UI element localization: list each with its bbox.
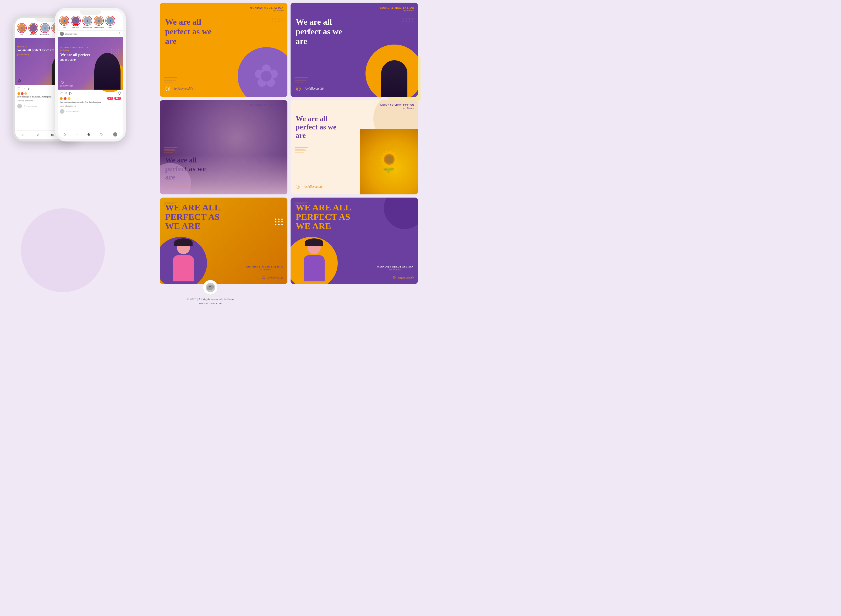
card5-url: joyfullyyou.life xyxy=(268,276,283,279)
smiley-card4: ☺ xyxy=(295,183,301,190)
card2-header-subtitle: by: Patrina xyxy=(380,9,414,12)
lines-card1 xyxy=(164,77,177,82)
card6-url: joyfullyyou.life xyxy=(398,276,414,279)
smiley-card1: ☺ xyxy=(164,84,171,93)
browser-menu-front[interactable]: ⋮ xyxy=(118,32,121,36)
share-icon-back[interactable]: ▷ xyxy=(27,87,30,91)
story-mockups-front[interactable]: 👤 LIVE mockups xyxy=(71,16,81,28)
like-count-front: ❤ 2 xyxy=(107,97,113,100)
phone-notch-front xyxy=(80,10,101,15)
post-header-back: MONDAY xyxy=(17,46,54,48)
cartoon-woman-purple xyxy=(296,229,333,282)
post-subheader-front: by: Patrina xyxy=(60,49,92,51)
card4-main-text: We are all perfect as we are xyxy=(296,114,343,140)
story-you-front[interactable]: 👤 You xyxy=(59,16,69,28)
sunflower-woman: 🌻 xyxy=(360,129,418,194)
svg-point-3 xyxy=(209,286,211,287)
comment-field-front[interactable]: Add a comment... xyxy=(66,110,121,113)
lines-card4 xyxy=(295,147,308,153)
live-badge: LIVE xyxy=(31,32,36,34)
post-url-front: joyfullyyou.life xyxy=(60,85,73,87)
dots-card1 xyxy=(272,18,283,22)
post-bottom-front: ☺ joyfullyyou.life xyxy=(60,80,73,87)
profile-nav-front[interactable] xyxy=(113,132,117,136)
story-label-mockups-front: mockups xyxy=(72,26,79,28)
story-creative-front[interactable]: 👤 creativemarket xyxy=(94,16,104,28)
commenter-avatar-back xyxy=(17,104,22,109)
view-comments-front[interactable]: View all comments xyxy=(58,104,123,108)
browser-bar-front: arthean.com ⋮ xyxy=(58,31,123,37)
post-text-overlay-front: MONDAY MEDITATION by: Patrina We are all… xyxy=(60,46,92,62)
instagram-ui-front: 👤 You 👤 LIVE mo xyxy=(58,10,123,139)
woman-circle-card2 xyxy=(365,44,418,97)
footer: © 2020 | All rights reserved | Arthean w… xyxy=(0,280,420,305)
story-pixels-back[interactable]: 👤 pixelsdesign xyxy=(40,23,50,36)
post-main-text-back: We are all perfect as we are xyxy=(17,48,54,53)
home-nav-front[interactable]: ⌂ xyxy=(63,132,66,137)
flower-circle: ✿ xyxy=(237,47,287,97)
dots-front xyxy=(111,49,119,54)
card4-header-title: MONDAY MEDITATION xyxy=(380,104,414,107)
card6-sub-subheader: by: Patrina xyxy=(377,268,414,271)
card2-footer: ☺ joyfullyyou.life xyxy=(295,84,324,93)
action-icons-front: ♡ ○ ▷ xyxy=(60,91,72,95)
story-label-mockups-back: mockups xyxy=(30,34,37,36)
card1-header: MONDAY MEDITATION by: Patrina xyxy=(250,6,284,12)
home-nav-back[interactable]: ⌂ xyxy=(22,133,24,137)
commenter-avatar-front xyxy=(60,109,64,114)
card-purple-cartoon: WE ARE ALL PERFECT AS WE ARE MONDAY MEDI… xyxy=(290,198,418,284)
card2-url: joyfullyyou.life xyxy=(305,87,324,91)
card2-header: MONDAY MEDITATION by: Patrina xyxy=(380,6,414,12)
story-label-you-front: You xyxy=(63,26,66,28)
bookmark-icon-front[interactable]: ⬡ xyxy=(118,91,121,95)
circle-card6-top xyxy=(384,198,418,229)
card-purple-woman: MONDAY MEDITATION by: Patrina We are all… xyxy=(290,3,418,97)
card2-header-title: MONDAY MEDITATION xyxy=(380,6,414,9)
add-nav-front[interactable]: ⊕ xyxy=(87,132,90,137)
post-url-back: joyfullyyou.lif xyxy=(17,53,54,56)
lines-card3 xyxy=(164,147,177,153)
comment-icon-back[interactable]: ○ xyxy=(23,87,25,91)
card1-header-subtitle: by: Patrina xyxy=(250,9,284,12)
story-pixels-front[interactable]: 👤 pixelsdesign xyxy=(82,16,92,28)
heart-icon-back[interactable]: ♡ xyxy=(17,87,21,91)
search-nav-front[interactable]: ○ xyxy=(75,132,78,137)
post-image-front: MONDAY MEDITATION by: Patrina We are all… xyxy=(58,37,123,89)
browser-url-front: arthean.com xyxy=(65,32,76,35)
footer-copyright: © 2020 | All rights reserved | Arthean xyxy=(0,298,420,301)
card-orange-cartoon: WE ARE ALL PERFECT AS WE ARE MONDAY MEDI… xyxy=(160,198,287,284)
comment-count-front: 💬 1 xyxy=(114,97,121,100)
card4-header: MONDAY MEDITATION by: Patrina xyxy=(380,104,414,109)
action-icons-back: ♡ ○ ▷ xyxy=(17,87,30,91)
smiley-front: ☺ xyxy=(60,80,73,85)
card1-main-text: We are all perfect as we are xyxy=(165,17,217,46)
bottom-nav-front: ⌂ ○ ⊕ ♡ xyxy=(58,130,123,139)
card4-url: joyfullyyou.life xyxy=(304,185,322,189)
story-mockups-back[interactable]: 👤 LIVE mockups xyxy=(28,23,38,36)
heart-nav-front[interactable]: ♡ xyxy=(100,132,104,137)
search-nav-back[interactable]: ○ xyxy=(37,133,38,137)
cards-grid: ✿ MONDAY MEDITATION by: Patrina We are a… xyxy=(160,3,418,284)
reactions-front: 🟠 🔴 🟡 ❤ 2 💬 1 xyxy=(58,97,123,100)
footer-logo xyxy=(202,280,218,295)
card5-sub: MONDAY MEDITATION by: Patrina xyxy=(246,265,283,271)
card3-header: MONDAY MEDITATION by: Patrina xyxy=(250,104,284,109)
share-icon-front[interactable]: ▷ xyxy=(69,91,72,95)
card3-header-subtitle: by: Patrina xyxy=(250,107,284,109)
phone-notch-back xyxy=(35,18,56,22)
add-nav-back[interactable]: ⊕ xyxy=(51,133,54,137)
story-stu-front[interactable]: 👤 stu... xyxy=(105,16,115,28)
card-lavender: MONDAY MEDITATION by: Patrina We are all… xyxy=(160,100,287,194)
post-text-overlay-back: MONDAY We are all perfect as we are joyf… xyxy=(17,46,54,56)
card6-sub: MONDAY MEDITATION by: Patrina xyxy=(377,265,414,271)
card2-main-text: We are all perfect as we are xyxy=(296,17,348,46)
card4-header-subtitle: by: Patrina xyxy=(380,107,414,109)
card5-main-text: WE ARE ALL PERFECT AS WE ARE xyxy=(165,203,223,231)
comment-icon-front[interactable]: ○ xyxy=(65,91,67,95)
story-you-back[interactable]: 👤 You xyxy=(17,23,27,36)
heart-icon-front[interactable]: ♡ xyxy=(60,91,63,95)
card1-header-title: MONDAY MEDITATION xyxy=(250,6,284,9)
card6-sub-header: MONDAY MEDITATION xyxy=(377,265,414,268)
story-label-you-back: You xyxy=(20,34,23,36)
card-cream-sunflower: 🌻 MONDAY MEDITATION by: Patrina We are a… xyxy=(290,100,418,194)
